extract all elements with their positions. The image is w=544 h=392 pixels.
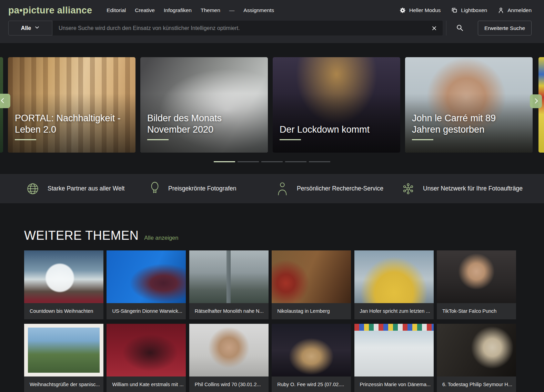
lightbox-icon bbox=[451, 7, 458, 14]
pagination-bar-2[interactable] bbox=[238, 161, 259, 162]
login-link[interactable]: Anmelden bbox=[497, 7, 532, 14]
slide-image-bilder-des-monats bbox=[140, 57, 268, 153]
feature-network: Unser Netzwerk für Ihre Fotoaufträge bbox=[401, 174, 523, 203]
topic-thumbnail bbox=[24, 324, 103, 376]
topic-thumbnail bbox=[189, 324, 269, 376]
search-category-dropdown[interactable]: Alle bbox=[8, 21, 52, 35]
light-mode-toggle[interactable]: Heller Modus bbox=[399, 7, 441, 14]
topic-thumbnail bbox=[272, 324, 351, 376]
topic-card[interactable]: Prinzessin Marie von Dänema... bbox=[354, 324, 434, 392]
topics-title: WEITERE THEMEN bbox=[24, 228, 139, 243]
slide-image-lockdown bbox=[273, 57, 400, 153]
header-utilities: Heller Modus Lightboxen bbox=[399, 7, 532, 14]
slide-title-underline bbox=[147, 139, 169, 140]
chevron-left-icon bbox=[0, 97, 7, 105]
topic-card[interactable]: Ruby O. Fee wird 25 (07.02.... bbox=[272, 324, 351, 392]
topic-card[interactable]: Jan Hofer spricht zum letzten ... bbox=[354, 250, 434, 319]
sun-icon bbox=[399, 7, 406, 14]
topic-thumbnail bbox=[437, 324, 516, 376]
featured-carousel: PORTAL: Nachhaltigkeit - Leben 2.0 Bilde… bbox=[0, 43, 544, 174]
lightboxes-link[interactable]: Lightboxen bbox=[451, 7, 487, 14]
pagination-bar-5[interactable] bbox=[309, 161, 330, 162]
search-bar: Alle bbox=[8, 21, 532, 35]
feature-research-service: Persönlicher Recherche-Service bbox=[275, 174, 383, 203]
slide-title: Bilder des Monats November 2020 bbox=[147, 113, 258, 135]
advanced-search-button[interactable]: Erweiterte Suche bbox=[478, 21, 532, 35]
carousel-slide[interactable]: Bilder des Monats November 2020 bbox=[140, 57, 268, 153]
main-nav: Editorial Creative Infografiken Themen —… bbox=[107, 7, 274, 13]
carousel-slide[interactable]: Der Lockdown kommt bbox=[273, 57, 400, 153]
nav-creative[interactable]: Creative bbox=[135, 7, 155, 13]
nav-assignments[interactable]: Assignments bbox=[243, 7, 274, 13]
pagination-bar-1[interactable] bbox=[214, 161, 235, 162]
slide-title-underline bbox=[15, 139, 36, 140]
topics-header: WEITERE THEMEN Alle anzeigen bbox=[0, 203, 544, 243]
topic-card[interactable]: Weihnachtsgrüße der spanisc... bbox=[24, 324, 103, 392]
carousel-slide[interactable]: PORTAL: Nachhaltigkeit - Leben 2.0 bbox=[8, 57, 135, 153]
light-mode-label: Heller Modus bbox=[409, 7, 441, 13]
topic-card[interactable]: Rätselhafter Monolith nahe N... bbox=[189, 250, 269, 319]
header-top-row: pa•picture alliance Editorial Creative I… bbox=[0, 0, 544, 21]
topic-thumbnail bbox=[24, 250, 103, 303]
topic-thumbnail bbox=[189, 250, 269, 303]
feature-label: Unser Netzwerk für Ihre Fotoaufträge bbox=[423, 185, 523, 192]
logo[interactable]: pa•picture alliance bbox=[8, 5, 92, 16]
topic-thumbnail bbox=[354, 324, 434, 376]
pagination-bar-4[interactable] bbox=[285, 161, 306, 162]
feature-partners: Starke Partner aus aller Welt bbox=[26, 174, 124, 203]
topic-caption: US-Sängerin Dionne Warwick... bbox=[107, 303, 186, 319]
topic-caption: Prinzessin Marie von Dänema... bbox=[354, 376, 434, 392]
globe-icon bbox=[26, 182, 40, 196]
topic-card[interactable]: William und Kate erstmals mit ... bbox=[107, 324, 186, 392]
topic-caption: Rätselhafter Monolith nahe N... bbox=[189, 303, 269, 319]
feature-label: Preisgekrönte Fotografen bbox=[168, 185, 236, 192]
topic-thumbnail bbox=[272, 250, 351, 303]
nav-infografiken[interactable]: Infografiken bbox=[164, 7, 192, 13]
topic-caption: Countdown bis Weihnachten bbox=[24, 303, 103, 319]
feature-label: Starke Partner aus aller Welt bbox=[48, 185, 124, 192]
search-category-label: Alle bbox=[21, 25, 31, 31]
lightboxes-label: Lightboxen bbox=[461, 7, 487, 13]
slide-title: PORTAL: Nachhaltigkeit - Leben 2.0 bbox=[15, 113, 126, 135]
topic-card[interactable]: Countdown bis Weihnachten bbox=[24, 250, 103, 319]
header: pa•picture alliance Editorial Creative I… bbox=[0, 0, 544, 43]
topic-caption: Ruby O. Fee wird 25 (07.02.... bbox=[272, 376, 351, 392]
carousel-prev-button[interactable] bbox=[0, 94, 10, 108]
topic-caption: Jan Hofer spricht zum letzten ... bbox=[354, 303, 434, 319]
login-label: Anmelden bbox=[507, 7, 532, 13]
nav-separator: — bbox=[229, 7, 235, 13]
nav-editorial[interactable]: Editorial bbox=[107, 7, 126, 13]
person-icon bbox=[275, 181, 289, 196]
slide-image-le-carre bbox=[405, 57, 533, 153]
search-input[interactable] bbox=[52, 21, 443, 35]
feature-label: Persönlicher Recherche-Service bbox=[297, 185, 383, 192]
show-all-link[interactable]: Alle anzeigen bbox=[144, 235, 178, 241]
pagination-bar-3[interactable] bbox=[261, 161, 283, 162]
topics-grid: Countdown bis Weihnachten US-Sängerin Di… bbox=[24, 250, 544, 392]
carousel-next-button[interactable] bbox=[530, 94, 542, 108]
network-icon bbox=[401, 182, 415, 196]
chevron-right-icon bbox=[532, 97, 540, 106]
clear-search-button[interactable] bbox=[429, 23, 439, 33]
topic-card[interactable]: TikTok-Star Falco Punch bbox=[437, 250, 516, 319]
topic-card[interactable]: Nikolaustag in Lemberg bbox=[272, 250, 351, 319]
carousel-slide[interactable]: John le Carré mit 89 Jahren gestorben bbox=[405, 57, 533, 153]
slide-title: John le Carré mit 89 Jahren gestorben bbox=[412, 113, 523, 135]
nav-themen[interactable]: Themen bbox=[201, 7, 220, 13]
topic-card[interactable]: 6. Todestag Philip Seymour H... bbox=[437, 324, 516, 392]
slide-title-underline bbox=[280, 139, 301, 140]
slide-title: Der Lockdown kommt bbox=[280, 124, 391, 135]
topic-caption: Phil Collins wird 70 (30.01.2... bbox=[189, 376, 269, 392]
chevron-down-icon bbox=[34, 25, 40, 31]
slide-image-nachhaltigkeit bbox=[8, 57, 135, 153]
topic-card[interactable]: Phil Collins wird 70 (30.01.2... bbox=[189, 324, 269, 392]
user-icon bbox=[497, 7, 504, 14]
magnifier-icon bbox=[456, 24, 464, 33]
topics-section: WEITERE THEMEN Alle anzeigen Countdown b… bbox=[0, 203, 544, 392]
topic-thumbnail bbox=[437, 250, 516, 303]
topic-card[interactable]: US-Sängerin Dionne Warwick... bbox=[107, 250, 186, 319]
picture-alliance-homepage: pa•picture alliance Editorial Creative I… bbox=[0, 0, 544, 392]
feature-photographers: Preisgekrönte Fotografen bbox=[149, 174, 236, 203]
search-submit-button[interactable] bbox=[446, 21, 473, 35]
search-input-container bbox=[52, 21, 443, 35]
